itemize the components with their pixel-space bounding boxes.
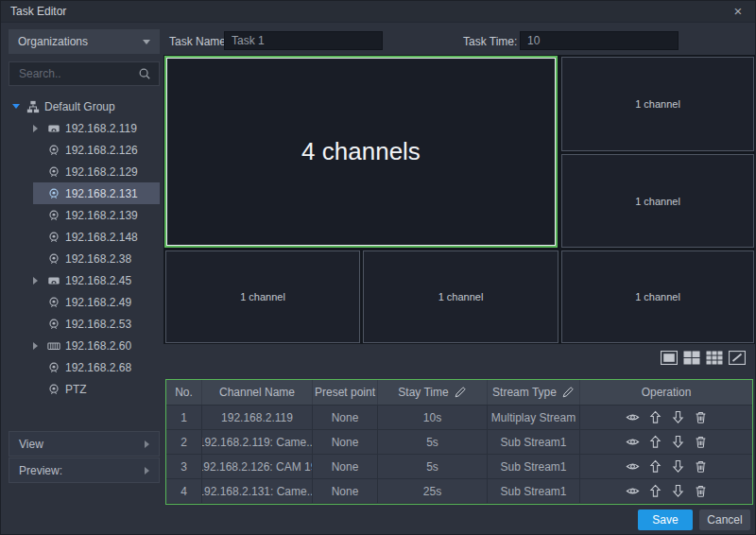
delete-icon[interactable] [694, 410, 708, 424]
tree-item-192-168-2-45[interactable]: 192.168.2.45 [9, 269, 160, 291]
tree-item-192-168-2-38[interactable]: 192.168.2.38 [9, 248, 160, 269]
preview-eye-icon[interactable] [626, 459, 640, 474]
search-icon[interactable] [138, 67, 151, 80]
four-layout-icon[interactable] [683, 351, 700, 365]
preview-eye-icon[interactable] [626, 410, 640, 424]
tree-item-192-168-2-131[interactable]: 192.168.2.131 [9, 182, 160, 204]
grid-cell-label: 1 channel [438, 291, 484, 302]
cell-channel-name: 192.168.2.119 [202, 406, 313, 429]
camera-icon [47, 144, 65, 157]
cell-stay-time[interactable]: 10s [378, 406, 488, 429]
table-header-row: No. Channel Name Preset point Stay Time … [166, 380, 752, 405]
cell-stream-type[interactable]: Sub Stream1 [488, 455, 580, 478]
cell-preset-point[interactable]: None [313, 479, 378, 503]
tree-item-label: 192.168.2.60 [65, 339, 131, 353]
grid-cell-4-channels[interactable]: 4 channels [164, 56, 558, 248]
tree-item-192-168-2-129[interactable]: 192.168.2.129 [9, 161, 160, 182]
tree-item-192-168-2-139[interactable]: 192.168.2.139 [9, 204, 160, 226]
move-down-icon[interactable] [671, 459, 685, 474]
grid-cell-1-channel[interactable]: 1 channel [561, 57, 754, 151]
camera-icon [47, 296, 65, 309]
task-name-input[interactable] [224, 31, 383, 50]
cell-stream-type[interactable]: Sub Stream1 [488, 479, 580, 503]
move-down-icon[interactable] [671, 435, 685, 449]
tree-item-192-168-2-68[interactable]: 192.168.2.68 [9, 356, 160, 378]
move-down-icon[interactable] [671, 484, 685, 498]
cell-preset-point[interactable]: None [313, 430, 378, 454]
cell-preset-point[interactable]: None [313, 455, 378, 478]
task-time-input[interactable] [520, 31, 679, 50]
camera-icon [47, 383, 65, 396]
chevron-right-icon [145, 440, 149, 448]
tree-item-default-group[interactable]: Default Group [9, 95, 160, 117]
tree-item-192-168-2-60[interactable]: 192.168.2.60 [9, 335, 160, 356]
chevron-right-icon[interactable] [33, 125, 47, 132]
organizations-dropdown-label: Organizations [18, 35, 88, 48]
move-up-icon[interactable] [648, 459, 662, 474]
task-time-label: Task Time: [463, 35, 517, 48]
tree-item-label: 192.168.2.129 [65, 165, 138, 179]
organizations-dropdown[interactable]: Organizations [9, 29, 160, 54]
tree-item-ptz[interactable]: PTZ [9, 378, 160, 400]
view-panel-toggle[interactable]: View [9, 431, 160, 457]
tree-item-192-168-2-53[interactable]: 192.168.2.53 [9, 313, 160, 335]
preview-eye-icon[interactable] [626, 435, 640, 449]
delete-icon[interactable] [694, 435, 708, 449]
chevron-right-icon[interactable] [33, 277, 47, 285]
search-input[interactable] [17, 66, 138, 81]
single-layout-icon[interactable] [661, 351, 678, 365]
cell-stay-time[interactable]: 5s [378, 455, 488, 478]
edit-icon[interactable] [454, 386, 467, 399]
move-down-icon[interactable] [671, 410, 685, 424]
header-stream-type: Stream Type [488, 380, 580, 405]
tree-item-192-168-2-119[interactable]: 192.168.2.119 [9, 117, 160, 139]
tree-item-192-168-2-49[interactable]: 192.168.2.49 [9, 291, 160, 313]
table-row: 4 192.168.2.131: Came... None 25s Sub St… [166, 478, 752, 503]
delete-icon[interactable] [694, 459, 708, 474]
custom-layout-icon[interactable] [729, 351, 746, 365]
delete-icon[interactable] [694, 484, 708, 498]
cell-preset-point[interactable]: None [313, 406, 378, 429]
cell-stay-time[interactable]: 25s [378, 479, 488, 503]
move-up-icon[interactable] [648, 484, 662, 498]
chevron-right-icon[interactable] [33, 342, 47, 350]
cell-stream-type[interactable]: Sub Stream1 [488, 430, 580, 454]
preview-panel-toggle[interactable]: Preview: [9, 457, 160, 483]
nine-layout-icon[interactable] [706, 351, 723, 365]
cell-no: 3 [166, 455, 202, 478]
grid-cell-1-channel[interactable]: 1 channel [165, 250, 360, 343]
tree-item-label: 192.168.2.148 [65, 231, 138, 244]
tree-item-192-168-2-148[interactable]: 192.168.2.148 [9, 226, 160, 248]
tree-item-label: 192.168.2.119 [65, 122, 137, 135]
grid-cell-1-channel[interactable]: 1 channel [561, 250, 754, 343]
camera-icon [47, 318, 65, 331]
chevron-right-icon [145, 467, 149, 475]
cell-stream-type[interactable]: Multiplay Stream [488, 406, 580, 429]
dome-camera-icon [47, 274, 65, 287]
chevron-down-icon [143, 40, 150, 44]
move-up-icon[interactable] [648, 435, 662, 449]
move-up-icon[interactable] [648, 410, 662, 424]
table-row: 3 192.168.2.126: CAM 19 None 5s Sub Stre… [166, 454, 752, 478]
grid-cell-label: 1 channel [635, 98, 680, 110]
view-panel-label: View [19, 438, 43, 451]
grid-cell-1-channel[interactable]: 1 channel [561, 154, 754, 248]
edit-icon[interactable] [561, 386, 575, 399]
grid-cell-label: 1 channel [240, 291, 285, 302]
grid-cell-1-channel[interactable]: 1 channel [363, 250, 558, 343]
task-editor-dialog: Task Editor × Organizations Default Grou… [0, 0, 756, 535]
tree-item-label: 192.168.2.53 [65, 318, 131, 331]
table-row: 1 192.168.2.119 None 10s Multiplay Strea… [166, 405, 752, 429]
tree-item-192-168-2-126[interactable]: 192.168.2.126 [9, 139, 160, 161]
chevron-down-icon[interactable] [12, 104, 26, 109]
cell-stay-time[interactable]: 5s [378, 430, 488, 454]
cell-channel-name: 192.168.2.131: Came... [202, 479, 313, 503]
cell-no: 4 [166, 479, 202, 503]
preview-eye-icon[interactable] [626, 484, 640, 498]
close-icon[interactable]: × [729, 2, 747, 21]
cancel-button[interactable]: Cancel [699, 509, 750, 530]
save-button[interactable]: Save [638, 509, 693, 530]
cell-operation [580, 406, 752, 429]
grid-cell-label: 4 channels [301, 137, 421, 166]
search-box [9, 61, 160, 86]
